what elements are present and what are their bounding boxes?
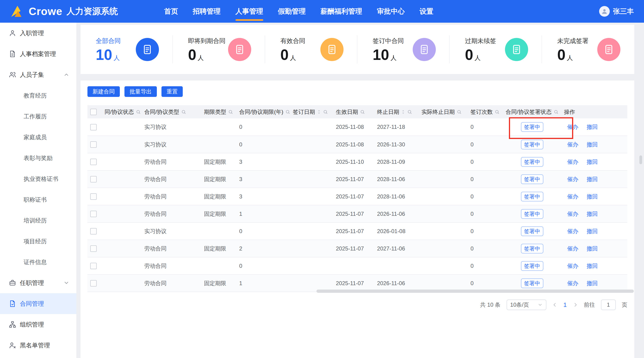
urge-link[interactable]: 催办 bbox=[567, 159, 578, 165]
column-header[interactable]: 期限类型 bbox=[201, 105, 236, 118]
sidebar-item[interactable]: 人员子集 bbox=[0, 64, 76, 85]
urge-link[interactable]: 催办 bbox=[567, 245, 578, 252]
nav-item[interactable]: 人事管理 bbox=[236, 0, 263, 23]
stat-card[interactable]: 未完成签署 0人 bbox=[542, 25, 634, 74]
column-header[interactable]: 合同/协议期限(年) bbox=[236, 105, 290, 118]
search-filter-icon[interactable] bbox=[360, 110, 365, 114]
sidebar-item[interactable]: 执业资格证书 bbox=[0, 168, 76, 189]
search-filter-icon[interactable] bbox=[323, 110, 328, 114]
withdraw-link[interactable]: 撤回 bbox=[587, 124, 598, 130]
stat-card[interactable]: 有效合同 0人 bbox=[265, 25, 358, 74]
row-checkbox[interactable] bbox=[90, 211, 97, 217]
stat-card[interactable]: 全部合同 10人 bbox=[80, 25, 173, 74]
search-filter-icon[interactable] bbox=[228, 110, 233, 114]
stat-card[interactable]: 签订中合同 10人 bbox=[358, 25, 450, 74]
row-checkbox[interactable] bbox=[90, 228, 97, 234]
next-page-button[interactable] bbox=[573, 302, 578, 307]
withdraw-link[interactable]: 撤回 bbox=[587, 193, 598, 200]
withdraw-link[interactable]: 撤回 bbox=[587, 159, 598, 165]
withdraw-link[interactable]: 撤回 bbox=[587, 263, 598, 269]
urge-link[interactable]: 催办 bbox=[567, 280, 578, 286]
row-checkbox[interactable] bbox=[90, 176, 97, 182]
sidebar-item[interactable]: 培训经历 bbox=[0, 210, 76, 231]
row-checkbox[interactable] bbox=[90, 280, 97, 286]
signing-status-tag[interactable]: 签署中 bbox=[521, 209, 544, 219]
sidebar-item[interactable]: 教育经历 bbox=[0, 85, 76, 106]
search-filter-icon[interactable] bbox=[285, 110, 290, 114]
row-checkbox[interactable] bbox=[90, 159, 97, 165]
nav-item[interactable]: 招聘管理 bbox=[193, 0, 221, 23]
sidebar-item[interactable]: 项目经历 bbox=[0, 231, 76, 252]
sidebar-item[interactable]: 证件信息 bbox=[0, 252, 76, 272]
urge-link[interactable]: 催办 bbox=[567, 176, 578, 182]
withdraw-link[interactable]: 撤回 bbox=[587, 245, 598, 252]
sidebar-item[interactable]: 入职管理 bbox=[0, 23, 76, 44]
search-filter-icon[interactable] bbox=[554, 110, 559, 114]
nav-item[interactable]: 首页 bbox=[164, 0, 178, 23]
signing-status-tag[interactable]: 签署中 bbox=[521, 244, 544, 254]
sidebar-item[interactable]: 表彰与奖励 bbox=[0, 148, 76, 168]
row-checkbox[interactable] bbox=[90, 245, 97, 252]
new-contract-button[interactable]: 新建合同 bbox=[88, 86, 120, 97]
column-header[interactable]: 签订次数 bbox=[468, 105, 503, 118]
horizontal-scrollbar-thumb[interactable] bbox=[316, 290, 634, 293]
prev-page-button[interactable] bbox=[552, 302, 558, 307]
user-area[interactable]: 张三丰 bbox=[599, 6, 644, 17]
column-header[interactable]: 合同/协议类型 bbox=[142, 105, 201, 118]
stat-card[interactable]: 即将到期合同 0人 bbox=[173, 25, 265, 74]
nav-item[interactable]: 审批中心 bbox=[377, 0, 405, 23]
signing-status-tag[interactable]: 签署中 bbox=[521, 140, 544, 150]
vertical-scrollbar-thumb[interactable] bbox=[639, 156, 642, 164]
withdraw-link[interactable]: 撤回 bbox=[587, 141, 598, 148]
withdraw-link[interactable]: 撤回 bbox=[587, 280, 598, 286]
signing-status-tag[interactable]: 签署中 bbox=[521, 157, 544, 167]
sidebar-item[interactable]: 任职管理 bbox=[0, 272, 76, 293]
signing-status-tag[interactable]: 签署中 bbox=[521, 278, 544, 288]
sidebar-item[interactable]: 职称证书 bbox=[0, 189, 76, 210]
urge-link[interactable]: 催办 bbox=[567, 193, 578, 200]
select-all-checkbox[interactable] bbox=[90, 109, 97, 115]
row-checkbox[interactable] bbox=[90, 263, 97, 269]
column-header[interactable]: 同/协议状态 bbox=[102, 105, 142, 118]
column-header[interactable]: 合同/协议签署状态 bbox=[503, 105, 561, 118]
search-filter-icon[interactable] bbox=[407, 110, 412, 114]
goto-page-input[interactable]: 1 bbox=[601, 300, 616, 310]
nav-item[interactable]: 设置 bbox=[420, 0, 434, 23]
search-filter-icon[interactable] bbox=[136, 110, 141, 114]
sidebar-item[interactable]: 黑名单管理 bbox=[0, 335, 76, 356]
page-size-select[interactable]: 10条/页 bbox=[506, 300, 546, 310]
column-header[interactable]: 生效日期 bbox=[333, 105, 374, 118]
signing-status-tag[interactable]: 签署中 bbox=[521, 226, 544, 236]
sidebar-item[interactable]: 合同管理 bbox=[0, 293, 76, 314]
sidebar-item[interactable]: 人事档案管理 bbox=[0, 44, 76, 64]
column-header[interactable]: 签订日期 bbox=[290, 105, 333, 118]
row-checkbox[interactable] bbox=[90, 193, 97, 200]
withdraw-link[interactable]: 撤回 bbox=[587, 176, 598, 182]
sort-icon[interactable] bbox=[317, 109, 321, 115]
search-filter-icon[interactable] bbox=[181, 110, 186, 114]
search-filter-icon[interactable] bbox=[494, 110, 500, 114]
current-page[interactable]: 1 bbox=[564, 301, 567, 308]
signing-status-tag[interactable]: 签署中 bbox=[521, 174, 544, 184]
search-filter-icon[interactable] bbox=[457, 110, 462, 114]
urge-link[interactable]: 催办 bbox=[567, 141, 578, 148]
nav-item[interactable]: 薪酬福利管理 bbox=[320, 0, 362, 23]
withdraw-link[interactable]: 撤回 bbox=[587, 228, 598, 234]
reset-button[interactable]: 重置 bbox=[162, 86, 183, 97]
urge-link[interactable]: 催办 bbox=[567, 124, 578, 130]
signing-status-tag[interactable]: 签署中 bbox=[521, 122, 544, 132]
urge-link[interactable]: 催办 bbox=[567, 228, 578, 234]
column-header[interactable]: 实际终止日期 bbox=[419, 105, 468, 118]
sidebar-item[interactable]: 工作履历 bbox=[0, 106, 76, 127]
urge-link[interactable]: 催办 bbox=[567, 211, 578, 217]
signing-status-tag[interactable]: 签署中 bbox=[521, 261, 544, 271]
urge-link[interactable]: 催办 bbox=[567, 263, 578, 269]
row-checkbox[interactable] bbox=[90, 124, 97, 130]
nav-item[interactable]: 假勤管理 bbox=[278, 0, 306, 23]
column-header[interactable]: 终止日期 bbox=[374, 105, 419, 118]
sidebar-item[interactable]: 组织管理 bbox=[0, 314, 76, 335]
signing-status-tag[interactable]: 签署中 bbox=[521, 192, 544, 202]
batch-export-button[interactable]: 批量导出 bbox=[124, 86, 157, 97]
sort-icon[interactable] bbox=[401, 109, 405, 115]
stat-card[interactable]: 过期未续签 0人 bbox=[450, 25, 542, 74]
